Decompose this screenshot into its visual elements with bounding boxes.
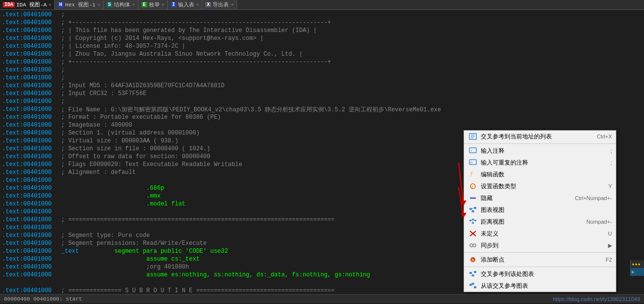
svg-rect-13 [474, 207, 476, 209]
tab-close-input[interactable]: ✕ [196, 2, 199, 7]
line-content [61, 177, 65, 184]
menu-divider-3 [464, 267, 616, 267]
code-line: .text:00401000 ; | Zhou Tao, Jiangsu Aus… [0, 50, 644, 58]
line-addr: .text:00401000 [2, 193, 61, 200]
line-content: .686p [61, 185, 164, 192]
svg-rect-32 [472, 274, 474, 276]
menu-item-graph-view[interactable]: 图表视图 [464, 204, 616, 216]
line-addr: .text:00401000 [2, 11, 61, 18]
line-content: ; File Name : G:\加密与解密第四版\PEDIY_BOOK4_v2… [61, 105, 441, 114]
line-addr: .text:00401000 [2, 122, 61, 129]
graph-view-icon [468, 206, 478, 214]
menu-add-breakpoint-shortcut: F2 [606, 257, 612, 263]
tab-struct[interactable]: S 结构体 ✕ [104, 0, 138, 9]
cross-ref-from-graph-icon [468, 282, 478, 290]
svg-line-15 [472, 208, 474, 209]
line-content: ; [61, 67, 65, 73]
tab-ida-view-a[interactable]: IDA IDA 视图-A ✕ [0, 0, 55, 9]
menu-cross-ref-list-label: 交叉参考到当前地址的列表 [481, 133, 593, 141]
svg-rect-30 [469, 272, 472, 274]
line-content: ; ======================================… [61, 216, 335, 223]
menu-proximity-view-shortcut: Numpad+- [586, 219, 612, 225]
line-addr: .text:00401000 [2, 43, 61, 50]
svg-text:f: f [470, 171, 473, 178]
tab-enum[interactable]: E 枚举 ✕ [139, 0, 168, 9]
line-content: ; Offset to raw data for section: 000004… [61, 153, 210, 160]
svg-rect-14 [472, 210, 474, 212]
line-addr: .text:00401000 [2, 248, 61, 255]
menu-cross-ref-list-shortcut: Ctrl+X [597, 134, 612, 139]
line-addr: .text:00401000 [2, 130, 61, 136]
svg-rect-18 [472, 219, 474, 220]
line-addr: .text:00401000 [2, 137, 61, 144]
line-addr: .text:00401000 [2, 216, 61, 223]
menu-item-hide[interactable]: 隐藏 Ctrl+Numpad+- [464, 192, 616, 204]
svg-text:I: I [471, 149, 472, 152]
svg-text:f: f [472, 185, 473, 189]
line-addr: .text:00401000 [2, 201, 61, 207]
tab-close-ida[interactable]: ✕ [49, 2, 51, 7]
context-menu: 交叉参考到当前地址的列表 Ctrl+X I 输入注释 ; R 输入可重复的注释 … [464, 130, 616, 292]
line-addr: .text:00401000 [2, 169, 61, 176]
menu-undef-label: 未定义 [481, 230, 604, 238]
code-line: .text:00401000 ; | License info: 48-3057… [0, 42, 644, 50]
line-addr: .text:00401000 [2, 224, 61, 231]
tab-letter-ida: IDA [3, 2, 15, 7]
menu-hide-label: 隐藏 [481, 194, 571, 203]
tab-close-struct[interactable]: ✕ [132, 2, 135, 7]
code-line: .text:00401000 ; File Name : G:\加密与解密第四版… [0, 105, 644, 113]
code-line: .text:00401000 ; +----------------------… [0, 58, 644, 66]
menu-item-undef[interactable]: 未定义 U [464, 228, 616, 239]
tab-close-enum[interactable]: ✕ [162, 2, 164, 7]
menu-item-cross-ref-list[interactable]: 交叉参考到当前地址的列表 Ctrl+X [464, 131, 616, 142]
code-line: .text:00401000 ; [0, 66, 644, 74]
menu-item-edit-function[interactable]: f 编辑函数 [464, 169, 616, 180]
tab-close-export[interactable]: ✕ [231, 2, 233, 7]
tab-letter-hex: H [58, 2, 64, 7]
menu-item-repeat-comment[interactable]: R 输入可重复的注释 ; [464, 157, 616, 169]
tab-label-input: 输入表 [178, 1, 194, 8]
svg-text:R: R [470, 161, 473, 164]
tab-input-table[interactable]: I 输入表 ✕ [168, 0, 202, 9]
add-breakpoint-icon: B [468, 256, 478, 264]
line-content [61, 208, 65, 215]
line-content: .mmx [61, 193, 161, 200]
menu-undef-shortcut: U [608, 231, 612, 236]
svg-rect-17 [469, 220, 471, 221]
cross-ref-list-icon [468, 133, 478, 140]
line-content: .model flat [61, 201, 185, 207]
line-content: ; =============== S U B R O U T I N E ==… [61, 287, 335, 294]
line-content: ; +-------------------------------------… [61, 59, 331, 66]
menu-item-proximity-view[interactable]: 距离视图 Numpad+- [464, 216, 616, 228]
menu-item-cross-ref-graph[interactable]: 交叉参考到该处图表 [464, 268, 616, 280]
line-content: ; Alignment : default [61, 169, 136, 176]
menu-cross-ref-from-graph-label: 从该交叉参考图表 [481, 282, 612, 290]
menu-item-sync-to[interactable]: 同步到 ▶ [464, 239, 616, 251]
tab-label-enum: 枚举 [149, 1, 160, 8]
line-addr: .text:00401000 [2, 287, 61, 294]
line-addr: .text:00401000 [2, 271, 61, 278]
line-content: ; Section size in file : 00000400 ( 1024… [61, 145, 210, 152]
repeat-comment-icon: R [468, 159, 478, 167]
menu-item-add-breakpoint[interactable]: B 添加断点 F2 [464, 254, 616, 266]
line-addr: .text:00401000 [2, 153, 61, 160]
bottom-address: 00000400 00401000: start [4, 296, 82, 302]
menu-set-func-type-shortcut: Y [608, 183, 612, 189]
code-line: .text:00401000 ; [0, 11, 644, 19]
tab-export-table[interactable]: X 导出表 ✕ [202, 0, 237, 9]
line-content [61, 279, 65, 286]
menu-repeat-comment-shortcut: ; [610, 160, 612, 166]
menu-item-set-func-type[interactable]: f 设置函数类型 Y [464, 180, 616, 192]
svg-rect-33 [469, 284, 472, 286]
tab-letter-enum: E [142, 2, 147, 7]
tab-close-hex[interactable]: ✕ [98, 2, 100, 7]
menu-cross-ref-graph-label: 交叉参考到该处图表 [481, 270, 612, 278]
tab-hex-view[interactable]: H Hex 视图-1 ✕ [55, 0, 104, 9]
line-content: ; Format : Portable executable for 80386… [61, 114, 221, 121]
menu-input-comment-shortcut: ; [610, 148, 612, 154]
menu-item-input-comment[interactable]: I 输入注释 ; [464, 145, 616, 157]
line-content: ; Input CRC32 : 53F7F56E [61, 90, 146, 97]
code-line: .text:00401000 ; | Copyright (c) 2014 He… [0, 34, 644, 42]
svg-point-9 [470, 184, 475, 189]
menu-item-cross-ref-from-graph[interactable]: 从该交叉参考图表 [464, 280, 616, 292]
